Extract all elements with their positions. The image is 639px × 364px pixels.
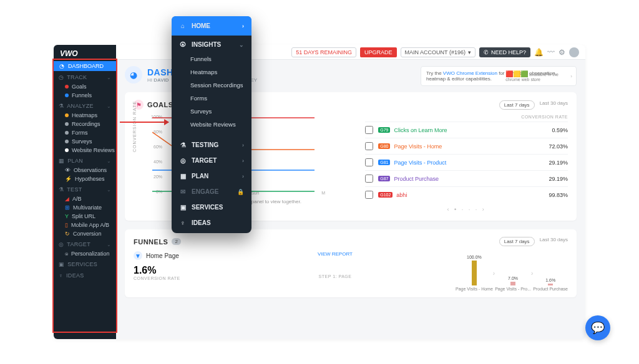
sidebar-item-dashboard[interactable]: ◔DASHBOARD: [54, 61, 116, 71]
sidebar-item-personalization[interactable]: ⍟Personalization: [54, 249, 116, 258]
filter-last-7-days[interactable]: Last 7 days: [499, 100, 535, 110]
chrome-extension-promo[interactable]: Try the VWO Chrome Extension for enhance…: [421, 66, 577, 86]
chevron-down-icon: ⌄: [107, 103, 111, 109]
funnels-card: FUNNELS 2 Last 7 days Last 30 days ▼Home…: [125, 229, 577, 297]
app-shell: VWO ◔DASHBOARD ◷TRACK⌄ Goals Funnels ⚗AN…: [54, 45, 585, 339]
target-icon: ◎: [59, 241, 64, 247]
filter-last-7-days[interactable]: Last 7 days: [499, 237, 535, 246]
notes-icon: ▦: [59, 158, 64, 164]
flag-icon: [65, 85, 69, 89]
sidebar-item-heatmaps[interactable]: Heatmaps: [54, 111, 116, 120]
sidebar-item-observations[interactable]: 👁Observations: [54, 166, 116, 175]
bell-icon[interactable]: 🔔: [534, 48, 544, 57]
briefcase-icon: ▣: [179, 204, 187, 211]
filter-last-30-days[interactable]: Last 30 days: [540, 100, 568, 110]
chevron-down-icon: ⌄: [239, 42, 244, 48]
chevron-right-icon: ›: [242, 23, 244, 29]
sidebar-item-recordings[interactable]: Recordings: [54, 120, 116, 128]
row-checkbox[interactable]: [365, 142, 373, 150]
chevron-down-icon: ⌄: [107, 187, 111, 193]
panel-item-heatmaps[interactable]: Heatmaps: [172, 65, 251, 79]
account-selector[interactable]: MAIN ACCOUNT (#196)▾: [401, 47, 476, 57]
sidebar-section-target[interactable]: ◎TARGET⌄: [54, 238, 116, 249]
sidebar-expanded-overlay: ⌂HOME› ⦿INSIGHTS⌄ Funnels Heatmaps Sessi…: [172, 16, 251, 233]
table-row[interactable]: G81Page Visits - Product29.19%: [365, 154, 568, 170]
row-checkbox[interactable]: [365, 158, 373, 166]
sidebar-item-ab[interactable]: ◢A/B: [54, 194, 116, 203]
table-row[interactable]: G79Clicks on Learn More0.59%: [365, 122, 568, 138]
funnel-name[interactable]: ▼Home Page: [134, 251, 215, 260]
panel-section-ideas[interactable]: ♀IDEAS: [172, 215, 251, 231]
panel-section-testing[interactable]: ⚗TESTING›: [172, 137, 251, 153]
sidebar-section-ideas[interactable]: ♀IDEAS: [54, 269, 116, 280]
goal-rate: 0.59%: [534, 127, 568, 133]
goal-tag: G102: [378, 192, 393, 198]
funnel-rate: 1.6%: [134, 265, 215, 276]
panel-section-services[interactable]: ▣SERVICES: [172, 199, 251, 215]
sidebar-item-funnels[interactable]: Funnels: [54, 91, 116, 100]
panel-section-target[interactable]: ◎TARGET›: [172, 153, 251, 168]
sidebar-item-split-url[interactable]: YSplit URL: [54, 212, 116, 221]
goal-tag: G87: [378, 176, 390, 181]
panel-item-website-reviews[interactable]: Website Reviews: [172, 118, 251, 131]
gear-icon[interactable]: ⚙: [559, 48, 565, 57]
sidebar-item-conversion[interactable]: ↻Conversion: [54, 229, 116, 238]
table-row[interactable]: G102abhi99.83%: [365, 186, 568, 203]
panel-item-forms[interactable]: Forms: [172, 92, 251, 105]
sidebar-item-label: DASHBOARD: [68, 63, 104, 69]
panel-item-home[interactable]: ⌂HOME›: [172, 16, 251, 36]
sidebar-item-goals[interactable]: Goals: [54, 82, 116, 91]
sidebar-section-services[interactable]: ▣SERVICES: [54, 258, 116, 269]
sidebar-item-surveys[interactable]: Surveys: [54, 137, 116, 146]
panel-item-funnels[interactable]: Funnels: [172, 52, 251, 65]
row-checkbox[interactable]: [365, 126, 373, 134]
funnel-step: 1.6%Product Purchase: [533, 278, 568, 291]
sidebar-section-plan[interactable]: ▦PLAN⌄: [54, 155, 116, 166]
sidebar-item-website-reviews[interactable]: Website Reviews: [54, 146, 116, 155]
panel-item-session-recordings[interactable]: Session Recordings: [172, 79, 251, 92]
avatar[interactable]: [569, 47, 579, 57]
row-checkbox[interactable]: [365, 191, 373, 199]
sidebar-item-multivariate[interactable]: ⊞Multivariate: [54, 203, 116, 212]
table-head-conversion: CONVERSION RATE: [365, 115, 568, 122]
panel-section-engage[interactable]: ✉ENGAGE🔒: [172, 184, 251, 199]
form-icon: [65, 131, 69, 135]
pagination[interactable]: ‹ • · · · ›: [365, 203, 568, 213]
ab-icon: ◢: [65, 196, 69, 202]
sidebar-item-mobile-app-ab[interactable]: ▯Mobile App A/B: [54, 221, 116, 229]
sidebar-section-track[interactable]: ◷TRACK⌄: [54, 71, 116, 82]
sidebar-item-hypotheses[interactable]: ⚡Hypotheses: [54, 175, 116, 183]
gauge-icon: ◔: [59, 63, 65, 69]
goal-label: Clicks on Learn More: [394, 127, 534, 133]
table-row[interactable]: G80Page Visits - Home72.03%: [365, 138, 568, 154]
grid-icon: ⊞: [65, 204, 70, 211]
funnel-step: 7.0%Page Visits - Pro...: [495, 276, 531, 291]
svg-text:VWO: VWO: [60, 49, 78, 58]
chat-fab[interactable]: 💬: [585, 315, 610, 340]
chevron-right-icon: ›: [242, 142, 244, 148]
logo: VWO: [54, 45, 116, 61]
chevron-down-icon: ⌄: [107, 75, 111, 80]
goal-rate: 29.19%: [534, 176, 568, 182]
panel-item-surveys[interactable]: Surveys: [172, 105, 251, 118]
goal-label: abhi: [396, 192, 534, 198]
panel-section-plan[interactable]: ▦PLAN›: [172, 168, 251, 184]
sidebar-section-analyze[interactable]: ⚗ANALYZE⌄: [54, 100, 116, 111]
fire-icon: [65, 113, 69, 117]
filter-last-30-days[interactable]: Last 30 days: [540, 237, 568, 246]
sidebar-item-forms[interactable]: Forms: [54, 128, 116, 137]
upgrade-button[interactable]: UPGRADE: [360, 47, 397, 57]
funnel-icon: [65, 93, 69, 97]
goal-tag: G80: [378, 143, 390, 149]
row-checkbox[interactable]: [365, 175, 373, 183]
user-icon: ⍟: [65, 251, 68, 257]
need-help-button[interactable]: ✆NEED HELP?: [479, 47, 530, 57]
refresh-icon: ↻: [65, 231, 70, 237]
panel-section-insights[interactable]: ⦿INSIGHTS⌄: [172, 37, 251, 52]
sidebar-section-test[interactable]: ⚗TEST⌄: [54, 183, 116, 194]
chrome-ext-link[interactable]: VWO Chrome Extension: [443, 70, 497, 76]
table-row[interactable]: G87Product Purchase29.19%: [365, 170, 568, 186]
view-report-link[interactable]: VIEW REPORT: [318, 251, 353, 257]
goal-rate: 72.03%: [534, 143, 568, 150]
pulse-icon[interactable]: 〰: [547, 48, 555, 57]
